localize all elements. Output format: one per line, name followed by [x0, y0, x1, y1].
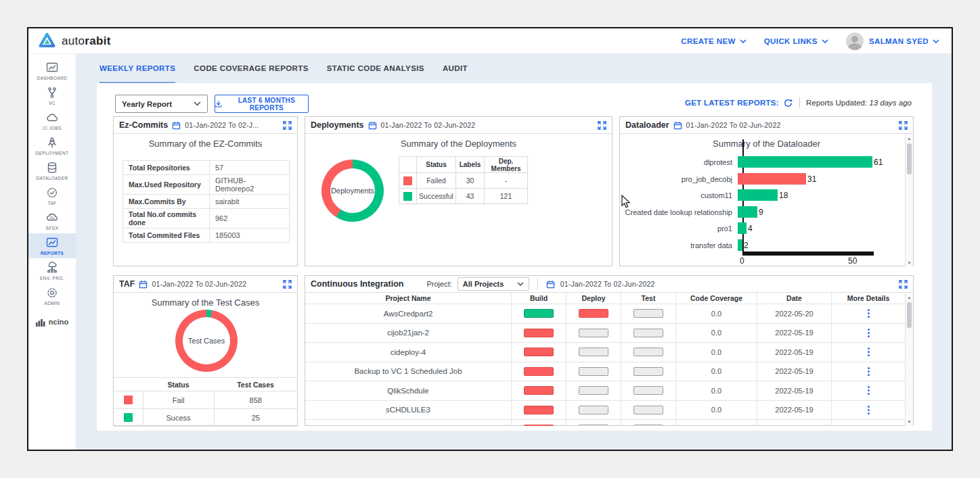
brand-logo: autorabit [38, 32, 111, 50]
deploy-status-chip [579, 386, 608, 395]
tab-static-code-analysis[interactable]: STATIC CODE ANALYSIS [327, 54, 424, 83]
scroll-up-icon[interactable]: ▲ [906, 293, 913, 301]
sidebar-item-dataloader[interactable]: DATALOADER [28, 158, 76, 183]
deployments-donut-chart: Deployments [321, 160, 384, 222]
test-status-chip [633, 348, 663, 356]
x-tick: 50 [848, 256, 857, 266]
more-details-button[interactable] [866, 366, 871, 377]
last-6-months-reports-button[interactable]: LAST 6 MONTHS REPORTS [215, 95, 309, 113]
project-name-cell: cijob21jan-2 [305, 324, 512, 343]
bar-row: custom1118 [620, 189, 913, 201]
more-details-button[interactable] [866, 327, 871, 339]
database-icon [45, 161, 59, 174]
ci-table: Project Name Build Deploy Test Code Cove… [305, 293, 913, 426]
sidebar-item-vc[interactable]: VC [28, 83, 76, 108]
user-menu[interactable]: SALMAN SYED [846, 32, 939, 50]
date-cell: 2022-05-19 [757, 343, 832, 362]
download-icon [215, 100, 222, 108]
code-coverage-cell: 0.0 [676, 362, 757, 381]
table-row: QlikSchdule 0.0 2022-05-19 [305, 381, 905, 401]
scrollbar[interactable]: ▲ ▼ [905, 293, 913, 426]
more-details-button[interactable] [866, 385, 871, 396]
table-row: cideploy-4 0.0 2022-05-19 [305, 343, 905, 362]
sidebar-item-env-pro[interactable]: ENV. PRO. [28, 258, 76, 283]
build-status-chip [524, 406, 554, 414]
bar-row: dlprotest61 [620, 156, 913, 168]
table-row: Successful 43 121 [399, 189, 528, 204]
table-row: AwsCredpart2 0.0 2022-05-20 [305, 304, 905, 324]
svg-text:Dx: Dx [50, 216, 55, 220]
code-coverage-cell: 0.0 [676, 401, 757, 420]
more-details-button[interactable] [866, 308, 871, 319]
bar [738, 156, 872, 168]
summary-title: Summary of the EZ-Commits [114, 134, 297, 149]
user-name: SALMAN SYED [869, 37, 929, 45]
app-window: autorabit CREATE NEW QUICK LINKS SALMAN … [27, 27, 953, 451]
scrollbar[interactable]: ▲ ▼ [905, 134, 913, 267]
scroll-down-icon[interactable]: ▼ [906, 418, 913, 425]
chart-x-axis [742, 252, 874, 256]
report-period-select[interactable]: Yearly Report [115, 95, 208, 113]
panel-date-range: 01-Jan-2022 To 02-Jun-2022 [686, 121, 781, 129]
sidebar-item-ci-jobs[interactable]: CI JOBS [28, 108, 76, 133]
scroll-down-icon[interactable]: ▼ [906, 259, 913, 266]
deploy-status-chip [579, 348, 608, 356]
bar-row: pro14 [620, 222, 913, 234]
sidebar-item-dashboard[interactable]: DASHBOARD [28, 58, 76, 83]
scrollbar-thumb[interactable] [907, 302, 912, 328]
sidebar-item-ncino[interactable]: ncino [28, 308, 76, 335]
panel-date-range: 01-Jan-2022 To 02-Jun-2022 [381, 121, 476, 129]
sidebar-item-deployment[interactable]: DEPLOYMENT [28, 133, 76, 158]
build-status-chip [524, 386, 554, 395]
successful-color-swatch [403, 192, 412, 201]
x-tick: 0 [740, 256, 744, 266]
bar [738, 206, 757, 218]
chevron-down-icon [517, 282, 524, 286]
tab-weekly-reports[interactable]: WEEKLY REPORTS [99, 54, 175, 83]
chevron-down-icon [933, 39, 939, 43]
expand-icon[interactable] [598, 121, 606, 130]
panel-date-range: 01-Jan-2022 To 02-Jun-2022 [152, 280, 246, 288]
bar [738, 173, 806, 185]
scroll-up-icon[interactable]: ▲ [906, 135, 913, 142]
quick-links-menu[interactable]: QUICK LINKS [764, 37, 828, 45]
content-card: Yearly Report LAST 6 MONTHS REPORTS GET … [97, 83, 932, 431]
create-new-menu[interactable]: CREATE NEW [681, 37, 746, 45]
test-status-chip [633, 425, 663, 426]
project-select[interactable]: All Projects [458, 277, 529, 291]
tab-audit[interactable]: AUDIT [443, 54, 468, 83]
ncino-bars-icon [36, 317, 46, 327]
main-area: WEEKLY REPORTS CODE COVERAGE REPORTS STA… [76, 54, 952, 450]
summary-title: Summary of the Test Cases [114, 293, 297, 308]
more-details-button[interactable] [866, 346, 871, 358]
sidebar-item-admin[interactable]: ADMIN [28, 283, 76, 308]
table-row: Total Commited Files185003 [123, 229, 290, 243]
calendar-icon [139, 280, 148, 289]
bar-row: pro_job_decobj31 [620, 173, 913, 185]
expand-icon[interactable] [283, 280, 292, 289]
gear-icon [45, 286, 59, 300]
panel-title: Continuous Integration [311, 279, 403, 289]
table-row: sCHDLULE3 0.0 2022-05-19 [305, 401, 905, 421]
calendar-icon [172, 121, 181, 130]
expand-icon[interactable] [283, 121, 292, 130]
expand-icon[interactable] [899, 121, 908, 130]
calendar-icon [673, 121, 682, 130]
panel-title: TAF [119, 279, 135, 289]
scrollbar-thumb[interactable] [907, 143, 912, 174]
report-period-value: Yearly Report [122, 100, 172, 108]
sidebar-item-taf[interactable]: TAF [28, 183, 76, 208]
sidebar-item-reports[interactable]: REPORTS [28, 233, 76, 258]
more-details-button[interactable] [866, 404, 871, 416]
sidebar-item-sfdx[interactable]: Dx SFDX [28, 208, 76, 233]
expand-icon[interactable] [899, 280, 908, 289]
failed-color-swatch [403, 176, 412, 185]
ez-commits-panel: Ez-Commits 01-Jan-2022 To 02-J... [113, 116, 298, 266]
sfdx-cloud-icon: Dx [45, 211, 59, 224]
deploy-status-chip [579, 425, 608, 426]
deploy-status-chip [579, 367, 608, 376]
get-latest-reports-link[interactable]: GET LATEST REPORTS: [685, 98, 793, 108]
tab-code-coverage-reports[interactable]: CODE COVERAGE REPORTS [194, 54, 308, 83]
project-name-cell: sCHDLULE3 [305, 401, 512, 420]
date-cell: 2022-05-19 [757, 381, 832, 400]
